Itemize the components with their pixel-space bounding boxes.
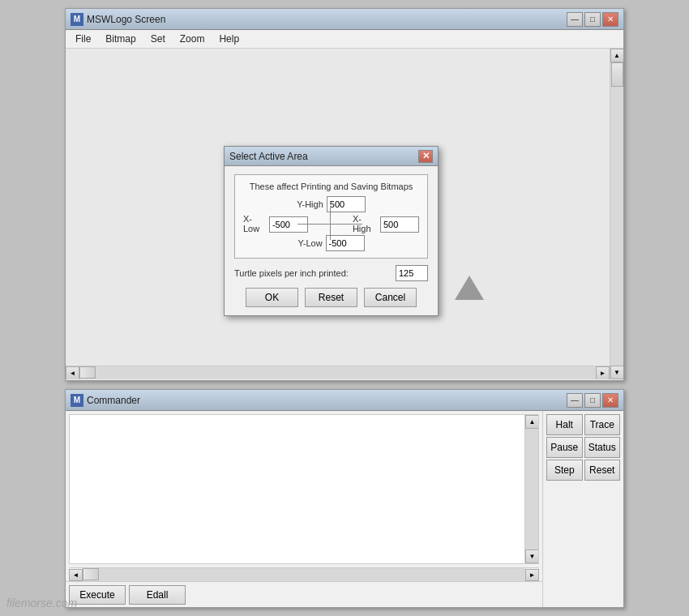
commander-minimize-button[interactable]: — bbox=[567, 393, 583, 408]
ylow-input[interactable] bbox=[326, 235, 365, 251]
cmd-scroll-thumb-h[interactable] bbox=[83, 568, 99, 580]
commander-title-buttons: — □ ✕ bbox=[567, 393, 618, 408]
text-scrollbar-v[interactable]: ▲ ▼ bbox=[524, 415, 538, 563]
msw-screen-title-bar: M MSWLogo Screen — □ ✕ bbox=[66, 9, 623, 30]
scroll-track-h[interactable] bbox=[79, 366, 596, 379]
menu-help[interactable]: Help bbox=[212, 32, 246, 46]
ppi-row: Turtle pixels per inch printed: bbox=[234, 265, 428, 281]
canvas-area: ▲ ▼ ◄ ► Select Active Area ✕ These affec… bbox=[66, 49, 623, 379]
turtle-triangle bbox=[455, 276, 484, 300]
commander-window: M Commander — □ ✕ ▲ ▼ ◄ bbox=[65, 389, 624, 608]
text-scroll-down[interactable]: ▼ bbox=[525, 550, 539, 563]
ppi-label: Turtle pixels per inch printed: bbox=[234, 268, 349, 278]
menu-bitmap[interactable]: Bitmap bbox=[99, 32, 142, 46]
commander-close-button[interactable]: ✕ bbox=[602, 393, 618, 408]
pause-status-row: Pause Status bbox=[546, 437, 620, 458]
dialog-title-bar: Select Active Area ✕ bbox=[225, 147, 438, 166]
menu-bar: File Bitmap Set Zoom Help bbox=[66, 30, 623, 49]
menu-file[interactable]: File bbox=[69, 32, 97, 46]
yhigh-row: Y-High bbox=[242, 196, 421, 212]
reset-commander-button[interactable]: Reset bbox=[584, 460, 621, 481]
dialog-close-button[interactable]: ✕ bbox=[418, 150, 433, 163]
commander-main: ▲ ▼ ◄ ► Execute Edall bbox=[66, 411, 542, 607]
text-scroll-up[interactable]: ▲ bbox=[525, 415, 539, 429]
cmd-scroll-left[interactable]: ◄ bbox=[69, 569, 83, 581]
scroll-left-button[interactable]: ◄ bbox=[66, 366, 79, 380]
cmd-scroll-track-h[interactable] bbox=[83, 568, 525, 581]
watermark: filemorse.com bbox=[6, 597, 77, 610]
trace-button[interactable]: Trace bbox=[584, 414, 621, 435]
title-bar-buttons: — □ ✕ bbox=[567, 12, 618, 27]
dialog-description: These affect Printing and Saving Bitmaps bbox=[242, 182, 421, 191]
horizontal-scrollbar[interactable]: ◄ ► bbox=[66, 366, 610, 379]
scroll-down-button[interactable]: ▼ bbox=[610, 366, 624, 379]
scroll-up-button[interactable]: ▲ bbox=[610, 49, 624, 62]
execute-button[interactable]: Execute bbox=[69, 585, 126, 605]
halt-trace-row: Halt Trace bbox=[546, 414, 620, 435]
minimize-button[interactable]: — bbox=[567, 12, 583, 27]
ok-button[interactable]: OK bbox=[246, 288, 298, 307]
commander-text-area[interactable]: ▲ ▼ bbox=[69, 414, 539, 564]
step-button[interactable]: Step bbox=[546, 460, 583, 481]
xlow-label: X-Low bbox=[243, 214, 263, 233]
pause-button[interactable]: Pause bbox=[546, 437, 583, 458]
menu-set[interactable]: Set bbox=[144, 32, 172, 46]
commander-buttons-panel: Halt Trace Pause Status Step Reset bbox=[542, 411, 623, 607]
crosshair-v bbox=[330, 207, 331, 240]
yhigh-label: Y-High bbox=[297, 199, 323, 209]
commander-icon: M bbox=[71, 394, 83, 407]
msw-screen-title: MSWLogo Screen bbox=[87, 14, 165, 25]
menu-zoom[interactable]: Zoom bbox=[173, 32, 212, 46]
dialog-buttons: OK Reset Cancel bbox=[234, 288, 428, 307]
dialog-border-box: These affect Printing and Saving Bitmaps… bbox=[234, 174, 428, 259]
scroll-thumb-v[interactable] bbox=[611, 62, 623, 87]
cancel-button[interactable]: Cancel bbox=[364, 288, 417, 307]
close-button[interactable]: ✕ bbox=[602, 12, 618, 27]
text-scroll-track[interactable] bbox=[525, 429, 538, 550]
select-active-area-dialog: Select Active Area ✕ These affect Printi… bbox=[224, 146, 439, 316]
msw-screen-window: M MSWLogo Screen — □ ✕ File Bitmap Set Z… bbox=[65, 8, 624, 381]
commander-maximize-button[interactable]: □ bbox=[584, 393, 601, 408]
xlow-input[interactable] bbox=[269, 216, 308, 233]
msw-screen-icon: M bbox=[71, 13, 83, 26]
edall-button[interactable]: Edall bbox=[129, 585, 186, 605]
xhigh-input[interactable] bbox=[380, 216, 419, 233]
dialog-body: These affect Printing and Saving Bitmaps… bbox=[225, 166, 438, 315]
status-button[interactable]: Status bbox=[584, 437, 621, 458]
crosshair bbox=[308, 216, 353, 232]
scroll-thumb-h[interactable] bbox=[79, 366, 96, 379]
yhigh-input[interactable] bbox=[327, 196, 366, 212]
reset-button[interactable]: Reset bbox=[305, 288, 357, 307]
commander-bottom: Execute Edall bbox=[66, 581, 542, 607]
halt-button[interactable]: Halt bbox=[546, 414, 583, 435]
title-bar-left: M MSWLogo Screen bbox=[71, 13, 165, 26]
step-reset-row: Step Reset bbox=[546, 460, 620, 481]
scroll-track-v[interactable] bbox=[610, 62, 623, 366]
ppi-input[interactable] bbox=[396, 265, 428, 281]
commander-body: ▲ ▼ ◄ ► Execute Edall Halt bbox=[66, 411, 623, 607]
dialog-title-text: Select Active Area bbox=[229, 151, 308, 162]
ylow-row: Y-Low bbox=[242, 235, 421, 251]
commander-scrollbar-h[interactable]: ◄ ► bbox=[69, 567, 539, 581]
ylow-label: Y-Low bbox=[297, 238, 322, 248]
commander-title-bar: M Commander — □ ✕ bbox=[66, 390, 623, 411]
commander-title: Commander bbox=[87, 395, 140, 406]
maximize-button[interactable]: □ bbox=[584, 12, 601, 27]
vertical-scrollbar[interactable]: ▲ ▼ bbox=[610, 49, 623, 379]
cmd-scroll-right[interactable]: ► bbox=[525, 569, 539, 581]
commander-title-left: M Commander bbox=[71, 394, 140, 407]
middle-row: X-Low X-High bbox=[242, 214, 421, 233]
scroll-right-button[interactable]: ► bbox=[596, 366, 610, 380]
